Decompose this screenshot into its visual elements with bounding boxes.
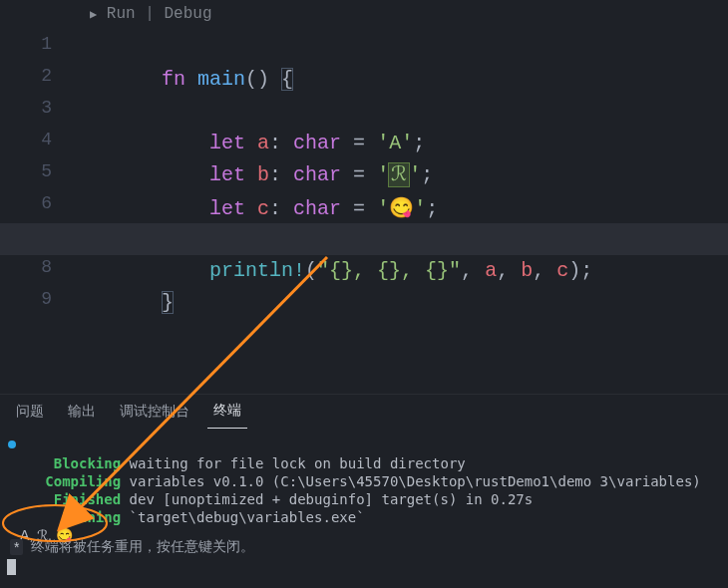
fn-main: main — [197, 68, 245, 91]
quote-open: ' — [377, 197, 389, 220]
line-number: 4 — [41, 130, 52, 149]
eq: = — [341, 197, 377, 220]
paren-open: ( — [245, 68, 257, 91]
macro-bang: ! — [293, 259, 305, 282]
arg-a: a — [485, 259, 497, 282]
code-editor[interactable]: 1 2 3 4 5 6 7 8 9 ▶ Run | Debug fn main(… — [0, 0, 728, 394]
comma: , — [461, 259, 485, 282]
brace-close: } — [162, 291, 174, 314]
paren-close: ) — [257, 68, 269, 91]
comma: , — [497, 259, 521, 282]
type-char: char — [293, 197, 341, 220]
line-number: 3 — [41, 98, 52, 118]
line-number-gutter: 1 2 3 4 5 6 7 8 9 — [0, 0, 72, 394]
paren-open: ( — [305, 259, 317, 282]
line-number: 1 — [41, 34, 52, 54]
char-literal-c-emoji: 😋 — [389, 196, 414, 218]
bottom-panel: 问题 输出 调试控制台 终端 Blocking waiting for file… — [0, 394, 728, 588]
line-number: 5 — [41, 161, 52, 181]
codelens-separator: | — [136, 5, 165, 23]
line-number: 9 — [41, 289, 52, 309]
codelens-debug[interactable]: Debug — [164, 5, 211, 23]
cargo-blocking-text: waiting for file lock on build directory — [121, 455, 466, 471]
task-indicator-icon — [8, 441, 16, 448]
tab-terminal[interactable]: 终端 — [207, 396, 247, 429]
tab-debug-console[interactable]: 调试控制台 — [114, 397, 195, 429]
semi: ; — [580, 259, 592, 282]
cargo-compiling-text: variables v0.1.0 (C:\Users\45570\Desktop… — [121, 473, 701, 489]
var-c: c — [257, 197, 269, 220]
cargo-finished-text: dev [unoptimized + debuginfo] target(s) … — [121, 491, 533, 507]
line-number: 6 — [41, 193, 52, 213]
brace-open: { — [281, 68, 293, 91]
tab-problems[interactable]: 问题 — [10, 397, 50, 429]
kw-let: let — [209, 197, 245, 220]
tab-output[interactable]: 输出 — [62, 397, 102, 429]
cargo-blocking-label: Blocking — [54, 455, 121, 471]
cargo-running-label: Running — [62, 509, 121, 525]
colon: : — [269, 197, 293, 220]
terminal-close-hint: * 终端将被任务重用，按任意键关闭。 — [10, 538, 254, 556]
quote-close: ' — [414, 197, 426, 220]
cargo-finished-label: Finished — [54, 491, 121, 507]
cargo-compiling-label: Compiling — [45, 473, 121, 489]
semi: ; — [426, 197, 438, 220]
line-number: 8 — [41, 257, 52, 277]
fmt-string: "{}, {}, {}" — [317, 259, 461, 282]
terminal-cursor — [7, 559, 16, 575]
comma: , — [533, 259, 556, 282]
kw-fn: fn — [162, 68, 185, 91]
line-number: 2 — [41, 66, 52, 86]
arg-b: b — [521, 259, 533, 282]
macro-println: println — [209, 259, 293, 282]
hint-text: 终端将被任务重用，按任意键关闭。 — [31, 538, 254, 556]
hint-badge: * — [10, 539, 23, 555]
cargo-running-text: `target\debug\variables.exe` — [121, 509, 364, 525]
code-area[interactable]: fn main() { let a: char = 'A'; let b: ch… — [90, 0, 138, 446]
paren-close: ) — [568, 259, 580, 282]
arg-c: c — [556, 259, 568, 282]
panel-tabs: 问题 输出 调试控制台 终端 — [0, 395, 728, 429]
